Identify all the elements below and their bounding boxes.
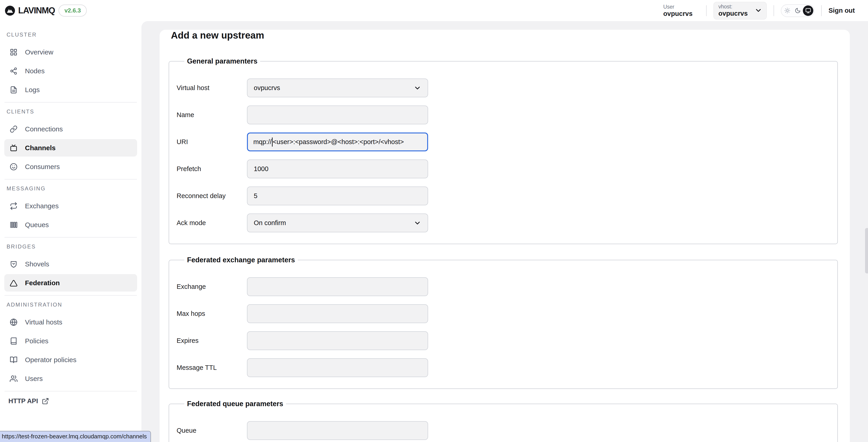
- form-row-prefetch: Prefetch: [177, 159, 837, 178]
- field-label: Reconnect delay: [177, 192, 247, 200]
- triangle-icon: [10, 279, 18, 287]
- form-row-exchange: Exchange: [177, 277, 837, 296]
- user-block: User ovpucrvs: [663, 4, 692, 17]
- name-input[interactable]: [247, 105, 428, 124]
- status-url-tooltip: https://test-frozen-beaver.lmq.cloudamqp…: [0, 431, 151, 442]
- header-divider: [821, 5, 822, 16]
- form-row-message-ttl: Message TTL: [177, 358, 837, 377]
- status-url-text: https://test-frozen-beaver.lmq.cloudamqp…: [2, 433, 147, 440]
- sidebar-item-label: Federation: [25, 279, 60, 287]
- sidebar-item-operator-policies[interactable]: Operator policies: [4, 351, 137, 369]
- top-header: LAVINMQ v2.6.3 User ovpucrvs vhost: ovpu…: [0, 0, 868, 21]
- section-label-administration: ADMINISTRATION: [7, 302, 137, 308]
- sidebar-item-label: Users: [25, 375, 43, 383]
- vhost-select[interactable]: vhost: ovpucrvs: [713, 2, 767, 20]
- sign-out-button[interactable]: Sign out: [829, 7, 855, 14]
- message-ttl-input[interactable]: [247, 358, 428, 377]
- virtual-host-select[interactable]: ovpucrvs: [247, 78, 428, 97]
- sidebar-divider: [4, 237, 137, 238]
- repeat-icon: [10, 202, 18, 210]
- prefetch-input[interactable]: [247, 159, 428, 178]
- sidebar-divider: [4, 102, 137, 102]
- brand: LAVINMQ v2.6.3: [4, 4, 87, 17]
- sidebar-item-label: Virtual hosts: [25, 318, 62, 326]
- sidebar-item-users[interactable]: Users: [4, 370, 137, 387]
- uri-input[interactable]: mqp:// <user>:<password>@<host>:<port>/<…: [247, 132, 428, 151]
- sidebar-item-label: Overview: [25, 48, 53, 56]
- field-label: Message TTL: [177, 364, 247, 372]
- sidebar-item-consumers[interactable]: Consumers: [4, 158, 137, 176]
- sidebar-item-overview[interactable]: Overview: [4, 43, 137, 61]
- sidebar-item-policies[interactable]: Policies: [4, 332, 137, 350]
- theme-toggle[interactable]: [781, 4, 814, 17]
- section-label-cluster: CLUSTER: [7, 32, 137, 38]
- moon-icon: [795, 7, 801, 13]
- scrollbar-thumb[interactable]: [865, 228, 868, 274]
- user-label: User: [663, 4, 692, 9]
- form-row-uri: URI mqp:// <user>:<password>@<host>:<por…: [177, 132, 837, 151]
- brand-name: LAVINMQ: [18, 6, 55, 15]
- uri-text-before-caret: mqp://: [253, 138, 272, 146]
- sidebar-item-channels[interactable]: Channels: [4, 139, 137, 157]
- sidebar-item-nodes[interactable]: Nodes: [4, 62, 137, 80]
- version-badge: v2.6.3: [59, 4, 87, 17]
- field-label: Name: [177, 111, 247, 119]
- share-nodes-icon: [10, 67, 18, 75]
- text-caret: [272, 137, 273, 147]
- header-divider: [706, 5, 707, 16]
- sidebar-item-connections[interactable]: Connections: [4, 120, 137, 138]
- sidebar-divider: [4, 391, 137, 391]
- sidebar-divider: [4, 295, 137, 296]
- http-api-link[interactable]: HTTP API: [8, 397, 137, 405]
- sidebar-item-label: Policies: [25, 337, 48, 345]
- field-label: Max hops: [177, 310, 247, 317]
- queue-bars-icon: [10, 221, 18, 229]
- uri-text-after-caret: <user>:<password>@<host>:<port>/<vhost>: [273, 138, 404, 146]
- page-title: Add a new upstream: [171, 30, 838, 41]
- http-api-label: HTTP API: [8, 397, 38, 405]
- exchange-input[interactable]: [247, 277, 428, 296]
- globe-icon: [10, 318, 18, 326]
- chevron-down-icon: [413, 84, 421, 92]
- sidebar-item-logs[interactable]: Logs: [4, 81, 137, 98]
- form-row-virtual-host: Virtual host ovpucrvs: [177, 78, 837, 97]
- form-row-name: Name: [177, 105, 837, 124]
- sidebar-item-queues[interactable]: Queues: [4, 216, 137, 233]
- max-hops-input[interactable]: [247, 304, 428, 323]
- upstream-form-card: Add a new upstream General paramenters V…: [160, 30, 850, 442]
- chevron-down-icon: [754, 7, 762, 14]
- field-label: URI: [177, 138, 247, 146]
- sidebar-item-exchanges[interactable]: Exchanges: [4, 197, 137, 215]
- field-label: Exchange: [177, 283, 247, 290]
- users-icon: [10, 375, 18, 383]
- fieldset-legend: Federated queue parameters: [184, 400, 286, 408]
- field-label: Queue: [177, 427, 247, 434]
- sidebar-item-label: Exchanges: [25, 202, 59, 210]
- form-row-max-hops: Max hops: [177, 304, 837, 323]
- sun-icon: [784, 7, 790, 13]
- theme-light-button[interactable]: [782, 5, 793, 16]
- link-icon: [10, 125, 18, 133]
- sidebar-item-label: Logs: [25, 86, 40, 94]
- main-content-panel: Add a new upstream General paramenters V…: [142, 21, 868, 442]
- expires-input[interactable]: [247, 331, 428, 350]
- user-value: ovpucrvs: [663, 10, 692, 17]
- header-divider: [774, 5, 774, 16]
- sidebar-item-virtual-hosts[interactable]: Virtual hosts: [4, 313, 137, 331]
- ack-mode-select[interactable]: On confirm: [247, 214, 428, 232]
- sidebar-item-label: Consumers: [25, 163, 60, 170]
- reconnect-delay-input[interactable]: [247, 187, 428, 206]
- sidebar-item-federation[interactable]: Federation: [4, 274, 137, 291]
- theme-dark-button[interactable]: [793, 5, 803, 16]
- sidebar-item-shovels[interactable]: Shovels: [4, 255, 137, 273]
- queue-input[interactable]: [247, 421, 428, 440]
- smile-icon: [10, 163, 18, 170]
- book-icon: [10, 337, 18, 345]
- sidebar-item-label: Connections: [25, 125, 63, 133]
- sidebar-item-label: Channels: [25, 144, 56, 152]
- tv-icon: [10, 144, 18, 152]
- sidebar-divider: [4, 179, 137, 180]
- theme-system-button[interactable]: [803, 5, 813, 16]
- field-label: Expires: [177, 337, 247, 344]
- sidebar-item-label: Shovels: [25, 260, 49, 268]
